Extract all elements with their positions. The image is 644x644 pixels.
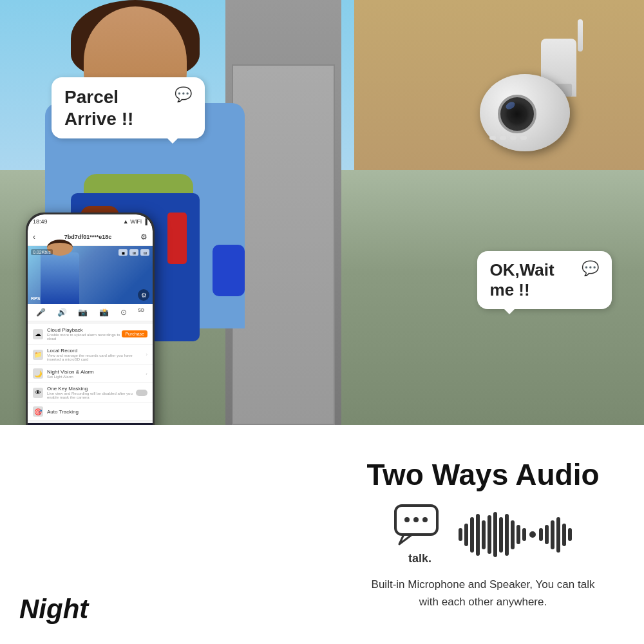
- wave-bar-16: [556, 517, 560, 553]
- talk-label-text: talk.: [408, 552, 431, 565]
- wave-bar-2: [464, 524, 468, 546]
- tracking-icon: 🎯: [33, 406, 43, 417]
- record-icon[interactable]: 📷: [78, 308, 88, 317]
- settings-button[interactable]: ⚙: [140, 232, 147, 242]
- cloud-playback-text: Cloud Playback Enable more to upload ala…: [47, 327, 122, 341]
- top-section: 💬 Parcel Arrive !! 💬 OK,Wait me !!: [0, 0, 644, 425]
- led-4: [520, 136, 527, 140]
- camera-leds: [489, 136, 527, 140]
- video-controls: ◼ ⊞ ⊟: [118, 249, 149, 256]
- talk-svg: [394, 504, 446, 546]
- svg-point-1: [404, 517, 410, 522]
- video-ctrl-3[interactable]: ⊟: [140, 249, 149, 256]
- purchase-button[interactable]: Purchase: [122, 330, 147, 337]
- video-ctrl-1[interactable]: ◼: [118, 249, 128, 256]
- wave-bar-6: [488, 515, 491, 554]
- menu-item-cloud[interactable]: ☁ Cloud Playback Enable more to upload a…: [28, 324, 153, 345]
- audio-description: Built-in Microphone and Speaker, You can…: [348, 576, 618, 611]
- wave-bar-18: [568, 528, 572, 541]
- led-2: [500, 136, 506, 140]
- phone-header: ‹ 7bd7df01****e18c ⚙: [28, 229, 153, 246]
- masking-icon: 👁: [33, 388, 43, 398]
- wave-bar-14: [545, 525, 549, 544]
- camera-antenna: [578, 19, 583, 52]
- video-ctrl-2[interactable]: ⊞: [129, 249, 138, 256]
- local-record-text: Local Record View and manage the records…: [47, 348, 146, 361]
- camera-body: [480, 74, 570, 151]
- phone-time: 18:49: [33, 218, 48, 225]
- audio-title: Two Ways Audio: [348, 459, 618, 491]
- led-1: [489, 136, 496, 140]
- sd-label: SD: [138, 308, 144, 317]
- video-settings-icon[interactable]: ⚙: [138, 289, 149, 301]
- security-camera: [477, 39, 592, 167]
- speech-bubble-ok: 💬 OK,Wait me !!: [477, 251, 612, 309]
- talk-icon-container: talk.: [394, 504, 446, 565]
- menu-item-night[interactable]: 🌙 Night Vision & Alarm Set Light Alarm ›: [28, 365, 153, 383]
- wave-bar-8: [499, 517, 503, 553]
- bottle-red: [167, 213, 187, 264]
- led-3: [510, 136, 516, 140]
- wave-bar-1: [459, 528, 462, 541]
- phone-video-area: 0.02Kb/s ◼ ⊞ ⊟ ⚙ RPS: [28, 246, 153, 304]
- device-id: 7bd7df01****e18c: [64, 234, 112, 240]
- menu-item-masking[interactable]: 👁 One Key Masking Live view and Recordin…: [28, 383, 153, 403]
- arrow-local: ›: [146, 352, 147, 357]
- glove-right: [213, 245, 245, 296]
- camera-lens: [498, 95, 536, 133]
- snapshot-icon[interactable]: 📸: [99, 308, 109, 317]
- bubble-icon-2: 💬: [582, 260, 599, 277]
- speech-bubble-parcel: 💬 Parcel Arrive !!: [52, 77, 205, 138]
- description-line-2: with each other anywhere.: [419, 596, 547, 608]
- menu-item-local[interactable]: 📁 Local Record View and manage the recor…: [28, 345, 153, 365]
- night-label: Night: [19, 594, 303, 625]
- tracking-text: Auto Tracking: [47, 409, 147, 415]
- svg-point-2: [413, 517, 419, 522]
- wave-bar-12: [522, 528, 526, 541]
- phone-menu-icons-bar: 🎤 🔊 📷 📸 ⊙ SD: [28, 304, 153, 321]
- audio-icons-row: talk.: [348, 504, 618, 565]
- wave-bar-4: [476, 514, 480, 556]
- talk-icon: [394, 504, 446, 549]
- speaker-icon[interactable]: 🔊: [57, 308, 67, 317]
- lens-reflection: [505, 100, 516, 111]
- phone-status-bar: 18:49 ▲ WiFi ▐: [28, 214, 153, 229]
- cloud-icon: ☁: [33, 329, 43, 339]
- wave-bar-15: [551, 520, 554, 549]
- wave-bar-11: [516, 525, 520, 544]
- wave-bar-7: [493, 512, 497, 557]
- video-data-overlay: 0.02Kb/s: [31, 249, 53, 255]
- description-line-1: Built-in Microphone and Speaker, You can…: [372, 578, 595, 591]
- bottom-left: Night: [0, 425, 322, 644]
- night-vision-text: Night Vision & Alarm Set Light Alarm: [47, 369, 146, 379]
- wave-bar-13: [539, 528, 543, 541]
- wave-center-dot: [529, 531, 536, 538]
- masking-text: One Key Masking Live view and Recording …: [47, 386, 136, 399]
- mic-icon[interactable]: 🎤: [36, 308, 46, 317]
- masking-toggle[interactable]: [136, 390, 147, 396]
- local-record-icon: 📁: [33, 350, 43, 360]
- bubble-icon-1: 💬: [175, 86, 192, 103]
- phone-mockup: 18:49 ▲ WiFi ▐ ‹ 7bd7df01****e18c ⚙ 0.02…: [26, 213, 155, 425]
- phone-screen: 18:49 ▲ WiFi ▐ ‹ 7bd7df01****e18c ⚙ 0.02…: [28, 214, 153, 425]
- video-person-body: [41, 252, 79, 304]
- back-button[interactable]: ‹: [33, 232, 35, 242]
- night-vision-icon: 🌙: [33, 368, 43, 379]
- wave-bar-9: [505, 514, 509, 556]
- wave-bar-5: [482, 520, 486, 549]
- wave-bar-3: [470, 517, 474, 553]
- bottom-right: Two Ways Audio: [322, 425, 644, 644]
- phone-menu-area: ☁ Cloud Playback Enable more to upload a…: [28, 321, 153, 423]
- wave-bar-10: [511, 520, 515, 549]
- rps-label: RPS: [31, 296, 40, 301]
- bottom-section: Night Two Ways Audio: [0, 425, 644, 644]
- sound-wave: [459, 512, 572, 557]
- bottom-content: Night Two Ways Audio: [0, 425, 644, 644]
- parcel-arrive-text: Parcel Arrive !!: [64, 86, 192, 129]
- menu-item-tracking[interactable]: 🎯 Auto Tracking: [28, 403, 153, 421]
- settings-small-icon[interactable]: ⊙: [120, 308, 127, 317]
- arrow-night: ›: [146, 371, 147, 377]
- phone-status-icons: ▲ WiFi ▐: [123, 218, 147, 225]
- svg-point-3: [422, 517, 428, 522]
- wave-bar-17: [562, 524, 566, 546]
